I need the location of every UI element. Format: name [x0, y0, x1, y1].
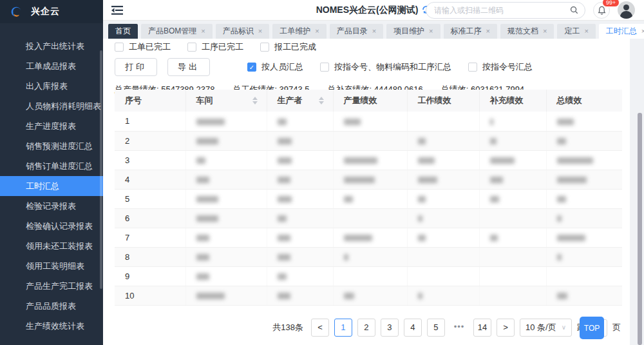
- column-header-2[interactable]: 车间: [185, 90, 267, 112]
- avatar[interactable]: [618, 1, 635, 19]
- column-label: 序号: [125, 95, 142, 106]
- filter-checkbox-2[interactable]: 工序已完工: [187, 41, 243, 53]
- close-tab-icon[interactable]: ×: [201, 28, 205, 35]
- checkbox-icon[interactable]: ✓: [247, 63, 256, 72]
- collapse-sidebar-icon[interactable]: [111, 5, 124, 15]
- tab-10[interactable]: 工时汇总×: [599, 24, 644, 39]
- sidebar-item-3[interactable]: 出入库报表: [0, 76, 103, 96]
- cell-redacted: [479, 150, 546, 170]
- close-tab-icon[interactable]: ×: [429, 28, 433, 35]
- sidebar-item-6[interactable]: 销售预测进度汇总: [0, 136, 103, 156]
- checkbox-icon[interactable]: [260, 43, 269, 52]
- page-button-14[interactable]: 14: [473, 319, 491, 337]
- tab-8[interactable]: 规范文档×: [500, 24, 554, 39]
- sort-descending-icon[interactable]: [319, 101, 324, 104]
- table-row[interactable]: 6: [115, 208, 622, 228]
- summary-mode-checkbox-3[interactable]: 按指令号汇总: [468, 61, 533, 73]
- cell-redacted: [479, 247, 546, 266]
- table-row[interactable]: 5: [115, 189, 622, 208]
- cell-redacted: [407, 112, 479, 131]
- back-to-top-button[interactable]: TOP: [580, 317, 604, 339]
- next-page-button[interactable]: >: [497, 319, 515, 337]
- checkbox-icon[interactable]: [468, 63, 477, 72]
- more-pages-icon[interactable]: •••: [450, 319, 468, 337]
- table-row[interactable]: 9: [115, 266, 622, 286]
- page-button-3[interactable]: 3: [381, 319, 399, 337]
- close-tab-icon[interactable]: ×: [315, 28, 319, 35]
- sort-descending-icon[interactable]: [252, 101, 258, 104]
- tab-9[interactable]: 定工×: [557, 24, 595, 39]
- table-row[interactable]: 1: [115, 112, 622, 131]
- close-tab-icon[interactable]: ×: [258, 28, 262, 35]
- print-button[interactable]: 打印: [115, 58, 157, 76]
- sidebar-item-10[interactable]: 检验确认记录报表: [0, 216, 103, 236]
- tab-2[interactable]: 产品BOM管理×: [141, 24, 213, 39]
- table-row[interactable]: 7: [115, 228, 622, 247]
- page-button-1[interactable]: 1: [334, 319, 352, 337]
- filter-checkbox-1[interactable]: 工单已完工: [115, 41, 171, 53]
- sidebar-item-5[interactable]: 生产进度报表: [0, 116, 103, 136]
- sidebar-item-12[interactable]: 领用工装明细表: [0, 256, 103, 276]
- search-icon[interactable]: [570, 6, 578, 14]
- redacted-value: [344, 196, 353, 202]
- close-tab-icon[interactable]: ×: [543, 28, 547, 35]
- table-row[interactable]: 3: [115, 150, 622, 170]
- filter-checkbox-3[interactable]: 报工已完成: [260, 41, 316, 53]
- tab-1[interactable]: 首页: [108, 24, 138, 39]
- checkbox-icon[interactable]: [320, 63, 329, 72]
- page-size-select[interactable]: 10 条/页 ∨: [520, 319, 572, 337]
- cell-redacted: [407, 247, 479, 266]
- checkbox-icon[interactable]: [115, 43, 124, 52]
- redacted-value: [490, 196, 499, 202]
- tab-4[interactable]: 工单维护×: [272, 24, 326, 39]
- sort-ascending-icon[interactable]: [252, 97, 258, 100]
- redacted-value: [196, 235, 209, 241]
- tab-3[interactable]: 产品标识×: [216, 24, 269, 39]
- sidebar-item-4[interactable]: 人员物料消耗明细表: [0, 96, 103, 116]
- sidebar-item-13[interactable]: 产品生产完工报表: [0, 276, 103, 296]
- table-row[interactable]: 8: [115, 247, 622, 266]
- table-row[interactable]: 2: [115, 131, 622, 150]
- table-row[interactable]: 10: [115, 286, 622, 305]
- page-scrollbar-thumb[interactable]: [638, 113, 642, 345]
- redacted-value: [344, 177, 375, 183]
- summary-mode-checkbox-2[interactable]: 按指令号、物料编码和工序汇总: [320, 61, 451, 73]
- sidebar-item-1[interactable]: 投入产出统计表: [0, 36, 103, 56]
- cell-redacted: [479, 131, 546, 150]
- prev-page-button[interactable]: <: [311, 319, 329, 337]
- table-row[interactable]: 4: [115, 170, 622, 189]
- sidebar-item-9[interactable]: 检验记录报表: [0, 196, 103, 216]
- sidebar-menu: 投入产出统计表工单成品报表出入库报表人员物料消耗明细表生产进度报表销售预测进度汇…: [0, 23, 103, 336]
- sidebar-item-15[interactable]: 生产绩效统计表: [0, 316, 103, 336]
- sidebar-item-8[interactable]: 工时汇总: [0, 176, 103, 196]
- close-tab-icon[interactable]: ×: [641, 28, 644, 35]
- sort-icon[interactable]: [252, 97, 258, 104]
- sidebar-item-14[interactable]: 产品品质报表: [0, 296, 103, 316]
- pagination: 共138条 < 12345•••14 > 10 条/页 ∨ 跳 页: [272, 319, 621, 337]
- tab-6[interactable]: 项目维护×: [386, 24, 440, 39]
- close-tab-icon[interactable]: ×: [584, 28, 588, 35]
- sidebar-item-11[interactable]: 领用未还工装报表: [0, 236, 103, 256]
- tab-7[interactable]: 标准工序×: [444, 24, 497, 39]
- close-tab-icon[interactable]: ×: [372, 28, 376, 35]
- page-button-5[interactable]: 5: [427, 319, 445, 337]
- tab-5[interactable]: 产品目录×: [330, 24, 383, 39]
- search-input[interactable]: [434, 6, 570, 15]
- export-button[interactable]: 导出: [167, 58, 210, 76]
- page-button-4[interactable]: 4: [404, 319, 422, 337]
- checkbox-icon[interactable]: [187, 43, 196, 52]
- page-button-2[interactable]: 2: [357, 319, 375, 337]
- sidebar-item-2[interactable]: 工单成品报表: [0, 56, 103, 76]
- sort-icon[interactable]: [319, 97, 324, 104]
- sidebar-item-7[interactable]: 销售订单进度汇总: [0, 156, 103, 176]
- notifications-button[interactable]: 99+: [593, 2, 610, 19]
- sidebar-scrollbar[interactable]: [100, 50, 102, 289]
- cell-redacted: [267, 228, 333, 247]
- close-tab-icon[interactable]: ×: [486, 28, 490, 35]
- column-header-content: 补充绩效: [490, 95, 546, 106]
- column-header-3[interactable]: 生产者: [267, 90, 333, 112]
- sort-ascending-icon[interactable]: [319, 97, 324, 100]
- redacted-value: [278, 138, 292, 144]
- summary-mode-checkbox-1[interactable]: ✓按人员汇总: [247, 61, 303, 73]
- tab-label: 标准工序: [451, 24, 482, 39]
